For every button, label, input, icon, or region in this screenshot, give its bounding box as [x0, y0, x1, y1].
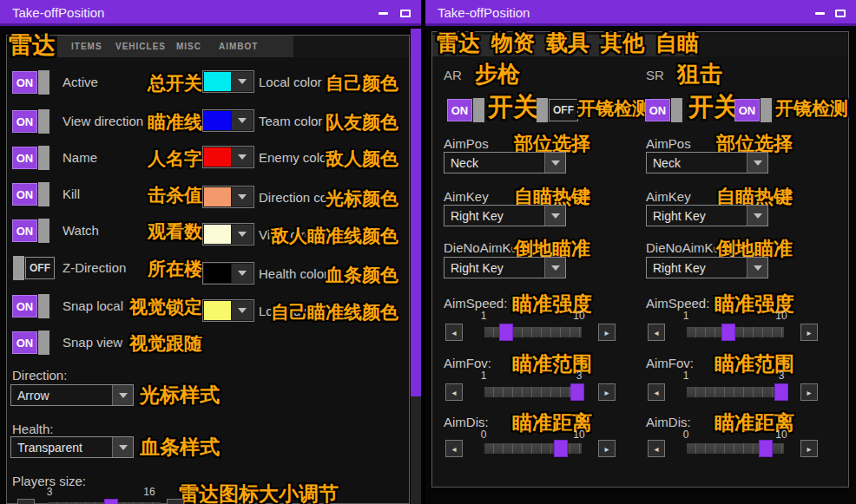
slider-thumb[interactable] [499, 324, 513, 341]
weapon-label: SR [646, 68, 664, 82]
select-value: Right Key [444, 209, 544, 223]
local-color-picker[interactable] [202, 70, 254, 93]
tab-items[interactable]: ITEMS [71, 42, 102, 51]
select-value: Neck [647, 156, 747, 170]
color-dropdown-button [232, 111, 253, 130]
direction-select[interactable]: Arrow [10, 384, 134, 406]
slider-max-label: 3 [771, 370, 792, 382]
tab-misc[interactable]: MISC [176, 42, 201, 51]
tab-aimbot[interactable]: AIMBOT [219, 42, 258, 51]
slider-max-label: 3 [569, 370, 589, 382]
color-label: Health color [259, 266, 328, 281]
select-value: Right Key [647, 209, 747, 223]
cn-annotation-radar-tab: 雷达 [9, 29, 56, 61]
titlebar: Take-offPosition [0, 0, 421, 26]
select-dropdown-button [112, 385, 133, 405]
slider-thumb[interactable] [774, 383, 788, 401]
cn-annotation: 光标颜色 [326, 187, 398, 211]
slider-thumb[interactable] [759, 440, 773, 457]
health-color-picker[interactable] [202, 262, 254, 285]
maximize-button[interactable] [397, 5, 414, 21]
slider-decrement-button[interactable]: ◂ [445, 440, 463, 457]
slider-increment-button[interactable]: ▸ [598, 440, 616, 457]
ar-dienoaimkey-select[interactable]: Right Key [444, 257, 566, 278]
window-title: Take-offPosition [12, 5, 104, 20]
ar-scope-toggle[interactable]: OFF [536, 98, 578, 122]
sr-aimpos-select[interactable]: Neck [646, 152, 768, 173]
slider-thumb[interactable] [721, 324, 735, 341]
chevron-down-icon [754, 265, 762, 271]
sr-scope-toggle[interactable]: ON [734, 98, 773, 122]
cn-annotation: 开关 [688, 90, 739, 125]
chevron-down-icon [551, 160, 560, 166]
cn-annotation: 开关 [488, 90, 538, 125]
slider-decrement-button[interactable]: ◂ [17, 499, 35, 504]
slider-increment-button[interactable]: ▸ [800, 440, 818, 457]
ar-aimpos-select[interactable]: Neck [444, 152, 566, 173]
ar-aimdis-slider[interactable] [484, 443, 582, 454]
sr-aimkey-select[interactable]: Right Key [646, 205, 768, 226]
sr-power-toggle[interactable]: ON [645, 98, 683, 122]
slider-decrement-button[interactable]: ◂ [648, 324, 665, 341]
ar-aimfov-slider[interactable] [484, 387, 582, 397]
team-color-picker[interactable] [202, 109, 254, 132]
health-select[interactable]: Transparent [10, 436, 134, 458]
cn-annotation: 光标样式 [140, 382, 220, 409]
slider-increment-button[interactable]: ▸ [800, 324, 818, 341]
arrow-left-icon: ◂ [451, 328, 456, 337]
toggle-handle [38, 331, 49, 355]
toggle-state: ON [734, 99, 760, 121]
slider-increment-button[interactable]: ▸ [800, 383, 818, 401]
slider-decrement-button[interactable]: ◂ [648, 383, 665, 401]
slider-thumb[interactable] [554, 440, 568, 457]
sr-aimdis-slider[interactable] [687, 443, 784, 454]
aimkey-label: AimKey [444, 189, 489, 204]
maximize-icon [400, 10, 411, 17]
aimkey-label: AimKey [646, 189, 691, 204]
color-dropdown-button [232, 187, 253, 206]
select-value: Right Key [444, 261, 544, 275]
select-value: Right Key [647, 261, 747, 275]
toggle-state: ON [12, 331, 37, 354]
arrow-left-icon: ◂ [654, 444, 658, 454]
color-swatch [204, 225, 231, 244]
chevron-down-icon [238, 154, 247, 160]
ar-column: AR 步枪 ON 开关 OFF 开镜检测 AimPos 部位选择 Neck Ai… [438, 0, 638, 504]
direction-color-picker[interactable] [202, 186, 254, 208]
slider-max-label: 10 [771, 429, 792, 441]
slider-increment-button[interactable]: ▸ [598, 324, 616, 341]
sr-aimspeed-slider[interactable] [687, 327, 784, 337]
snap-view-toggle[interactable]: ON [12, 331, 50, 355]
toggle-handle [671, 98, 682, 122]
sr-aimfov-slider[interactable] [687, 387, 784, 397]
sr-dienoaimkey-select[interactable]: Right Key [646, 257, 768, 278]
color-dropdown-button [232, 147, 253, 167]
chevron-down-icon [238, 194, 247, 200]
color-row: Direction color 光标颜色 [0, 186, 421, 210]
slider-min-label: 0 [679, 429, 693, 441]
slider-decrement-button[interactable]: ◂ [648, 440, 665, 457]
tab-bar: ITEMS VEHICLES MISC AIMBOT [7, 36, 409, 57]
local-direction-color-picker[interactable] [202, 299, 254, 322]
ar-aimspeed-slider[interactable] [484, 327, 582, 337]
chevron-down-icon [238, 79, 247, 84]
color-swatch [204, 187, 231, 206]
slider-thumb[interactable] [104, 499, 118, 504]
ar-power-toggle[interactable]: ON [447, 98, 485, 122]
slider-increment-button[interactable]: ▸ [598, 383, 616, 401]
tab-vehicles[interactable]: VEHICLES [115, 42, 166, 51]
ar-aimkey-select[interactable]: Right Key [444, 205, 566, 226]
color-dropdown-button [232, 264, 253, 283]
cn-annotation: 血条颜色 [326, 263, 398, 287]
enemy-color-picker[interactable] [202, 146, 254, 168]
select-dropdown-button [747, 206, 767, 226]
slider-thumb[interactable] [570, 383, 584, 401]
slider-max-label: 10 [569, 429, 589, 441]
chevron-down-icon [754, 160, 762, 166]
minimize-button[interactable] [374, 5, 392, 21]
slider-decrement-button[interactable]: ◂ [445, 383, 463, 401]
view-direction-color-picker[interactable] [202, 223, 254, 245]
toggle-state: ON [645, 99, 670, 121]
slider-increment-button[interactable]: ▸ [167, 499, 184, 504]
slider-decrement-button[interactable]: ◂ [445, 324, 463, 341]
